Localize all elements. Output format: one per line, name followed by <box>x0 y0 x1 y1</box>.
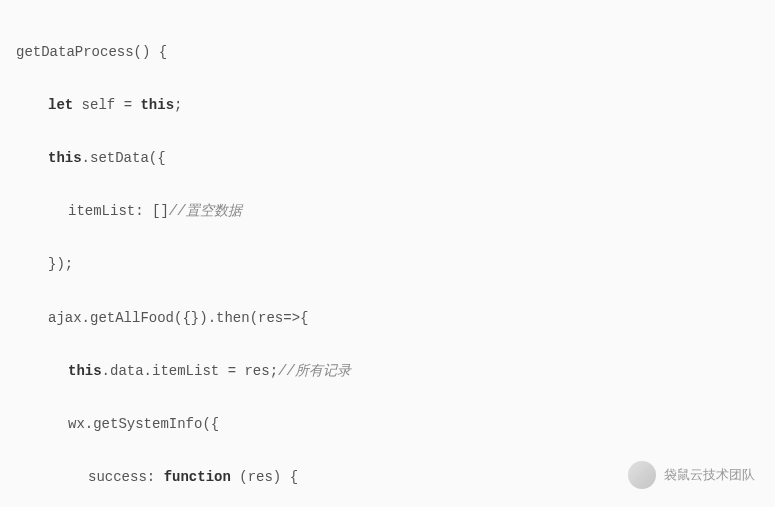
watermark-text: 袋鼠云技术团队 <box>664 463 755 488</box>
code-line: }); <box>16 251 759 278</box>
code-line: wx.getSystemInfo({ <box>16 411 759 438</box>
avatar-icon <box>628 461 656 489</box>
code-line: itemList: []//置空数据 <box>16 198 759 225</box>
code-line: getDataProcess() { <box>16 39 759 66</box>
code-line: ajax.getAllFood({}).then(res=>{ <box>16 305 759 332</box>
code-line: let self = this; <box>16 92 759 119</box>
watermark: 袋鼠云技术团队 <box>628 461 755 489</box>
code-line: this.setData({ <box>16 145 759 172</box>
code-block: getDataProcess() { let self = this; this… <box>16 12 759 507</box>
code-line: this.data.itemList = res;//所有记录 <box>16 358 759 385</box>
